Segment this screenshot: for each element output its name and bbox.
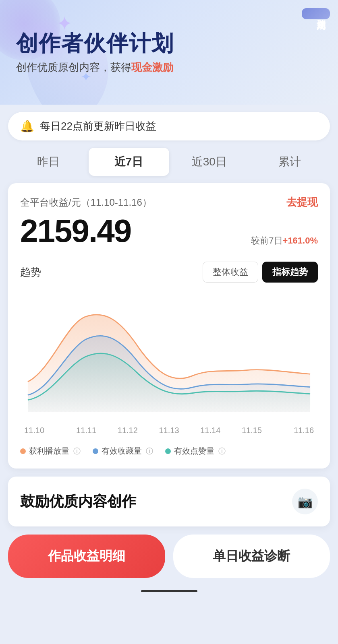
legend-info-play[interactable]: ⓘ (73, 446, 81, 456)
trend-toggle: 整体收益 指标趋势 (203, 262, 318, 283)
legend-info-collect[interactable]: ⓘ (146, 446, 153, 456)
amount-compare: 较前7日+161.0% (251, 235, 318, 250)
tab-total[interactable]: 累计 (249, 148, 330, 176)
toggle-indicator[interactable]: 指标趋势 (262, 262, 318, 283)
bell-icon: 🔔 (20, 120, 34, 133)
legend-collect: 有效收藏量 ⓘ (93, 446, 153, 456)
legend-dot-collect (93, 448, 98, 454)
chart-legend: 获利播放量 ⓘ 有效收藏量 ⓘ 有效点赞量 ⓘ (20, 442, 318, 460)
daily-diagnosis-button[interactable]: 单日收益诊断 (173, 535, 330, 578)
legend-label-play: 获利播放量 (29, 446, 69, 456)
trend-header: 趋势 整体收益 指标趋势 (20, 262, 318, 283)
tab-30days[interactable]: 近30日 (169, 148, 250, 176)
legend-like: 有效点赞量 ⓘ (165, 446, 226, 456)
notification-text: 每日22点前更新昨日收益 (40, 119, 156, 133)
x-label-6: 11.16 (272, 426, 314, 435)
legend-label-like: 有效点赞量 (174, 446, 214, 456)
x-label-0: 11.10 (24, 426, 66, 435)
compare-prefix: 较前7日 (251, 235, 282, 246)
card-header: 全平台收益/元（11.10-11.16） 去提现 (20, 195, 318, 209)
period-label: 全平台收益/元（11.10-11.16） (20, 196, 152, 209)
chart-container (20, 291, 318, 419)
legend-dot-like (165, 448, 171, 454)
camera-button[interactable]: 📷 (292, 489, 318, 514)
legend-label-collect: 有效收藏量 (102, 446, 142, 456)
x-axis: 11.10 11.11 11.12 11.13 11.14 11.15 11.1… (20, 426, 318, 435)
earnings-detail-button[interactable]: 作品收益明细 (8, 535, 165, 578)
x-label-5: 11.15 (231, 426, 273, 435)
banner: ✦ ✦ 创作者伙伴计划 创作优质原创内容，获得现金激励 计划规则 (0, 0, 338, 105)
trend-label: 趋势 (20, 265, 41, 279)
banner-text: 创作者伙伴计划 创作优质原创内容，获得现金激励 (16, 30, 174, 74)
compare-value: +161.0% (283, 235, 318, 246)
x-label-4: 11.14 (190, 426, 231, 435)
banner-subtitle-highlight: 现金激励 (131, 61, 173, 73)
x-label-1: 11.11 (66, 426, 107, 435)
x-label-3: 11.13 (148, 426, 190, 435)
tab-yesterday[interactable]: 昨日 (8, 148, 89, 176)
home-indicator (141, 590, 197, 592)
toggle-overall[interactable]: 整体收益 (203, 262, 258, 283)
withdraw-button[interactable]: 去提现 (286, 195, 318, 209)
banner-title: 创作者伙伴计划 (16, 30, 174, 56)
main-card: 全平台收益/元（11.10-11.16） 去提现 2159.49 较前7日+16… (8, 183, 330, 469)
camera-icon: 📷 (298, 495, 313, 509)
notification-bar: 🔔 每日22点前更新昨日收益 (8, 112, 330, 140)
banner-subtitle-prefix: 创作优质原创内容，获得 (16, 61, 131, 73)
banner-badge[interactable]: 计划规则 (302, 8, 330, 19)
chart-svg (20, 291, 318, 419)
earnings-amount: 2159.49 (20, 215, 131, 247)
legend-play: 获利播放量 ⓘ (20, 446, 81, 456)
tab-7days[interactable]: 近7日 (89, 148, 169, 176)
x-label-2: 11.12 (107, 426, 148, 435)
amount-row: 2159.49 较前7日+161.0% (20, 215, 318, 250)
banner-subtitle: 创作优质原创内容，获得现金激励 (16, 60, 174, 74)
legend-info-like[interactable]: ⓘ (218, 446, 226, 456)
quality-title: 鼓励优质内容创作 (20, 492, 136, 512)
quality-card: 鼓励优质内容创作 📷 (8, 477, 330, 526)
bottom-buttons: 作品收益明细 单日收益诊断 (8, 535, 330, 578)
legend-dot-play (20, 448, 26, 454)
tabs-container: 昨日 近7日 近30日 累计 (8, 148, 330, 176)
